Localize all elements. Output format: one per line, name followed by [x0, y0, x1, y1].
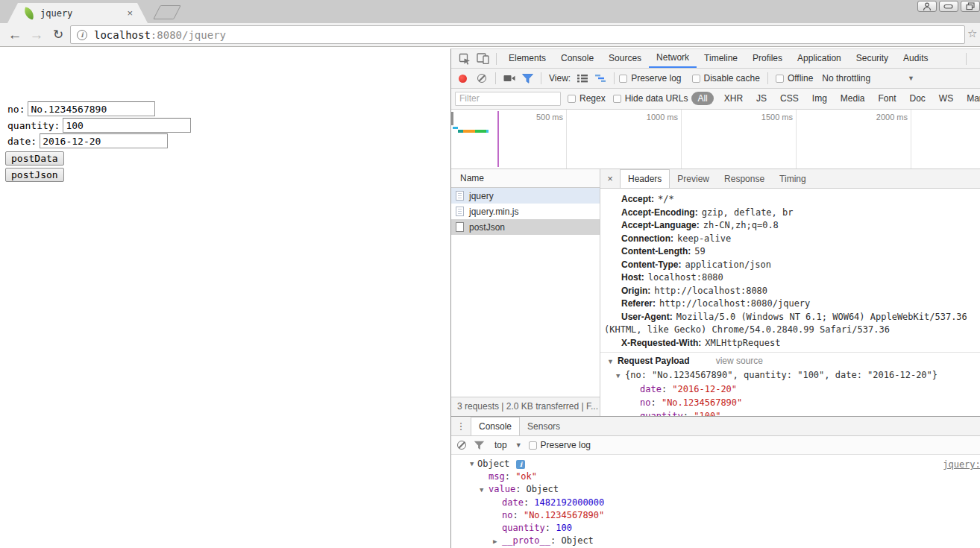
offline-label: Offline [788, 73, 813, 84]
no-input[interactable] [28, 101, 155, 116]
expand-arrow-icon[interactable]: ▼ [607, 358, 614, 365]
tab-console[interactable]: Console [471, 417, 520, 436]
tab-preview[interactable]: Preview [670, 170, 717, 188]
quantity-input[interactable] [63, 118, 191, 133]
name-column-header[interactable]: Name [451, 169, 600, 188]
new-tab-button[interactable] [153, 5, 181, 19]
back-button[interactable]: ← [5, 25, 25, 45]
regex-checkbox[interactable]: Regex [568, 93, 606, 104]
postjson-button[interactable]: postJson [5, 168, 64, 182]
throttling-select[interactable]: No throttling [822, 73, 870, 84]
filter-icon[interactable] [518, 69, 536, 87]
request-row-postjson[interactable]: postJson [451, 219, 600, 235]
console-tree-entry: date1482192000000 [451, 497, 980, 509]
network-lower-area: Name jquery jquery.min.js postJson [451, 169, 980, 416]
device-toolbar-icon[interactable] [474, 50, 491, 68]
request-row-jquery-min-js[interactable]: jquery.min.js [451, 204, 600, 219]
tab-close-icon[interactable]: × [127, 7, 133, 19]
console-source-link[interactable]: jquery:3 [943, 459, 980, 470]
tab-sensors[interactable]: Sensors [520, 418, 568, 435]
tab-response[interactable]: Response [717, 170, 772, 188]
postdata-button[interactable]: postData [5, 151, 64, 166]
offline-checkbox[interactable]: Offline [776, 73, 813, 84]
expand-arrow-icon[interactable]: ▼ [470, 458, 477, 470]
devtools-tab-console[interactable]: Console [553, 49, 601, 68]
tab-headers[interactable]: Headers [620, 169, 670, 189]
expand-arrow-icon[interactable]: ▼ [480, 484, 489, 497]
filter-category-media[interactable]: Media [834, 93, 872, 104]
header-line: X-Requested-WithXMLHttpRequest [600, 337, 980, 350]
tab-timing[interactable]: Timing [772, 170, 814, 188]
list-view-icon[interactable] [574, 69, 591, 87]
devtools-tab-audits[interactable]: Audits [896, 49, 935, 68]
console-drawer-tabs: ⋮ Console Sensors [451, 417, 980, 436]
filter-category-manifest[interactable]: Manifest [960, 93, 980, 104]
console-object-root[interactable]: ▼ Object i [451, 458, 980, 470]
view-label: View: [549, 73, 571, 84]
console-preserve-log-checkbox[interactable]: Preserve log [529, 440, 591, 450]
hide-data-urls-checkbox[interactable]: Hide data URLs [613, 93, 688, 104]
clear-console-icon[interactable] [457, 441, 466, 450]
devtools-tab-security[interactable]: Security [849, 49, 896, 68]
filter-input[interactable] [455, 92, 561, 106]
spring-leaf-favicon [22, 7, 35, 19]
bookmark-star-icon[interactable]: ☆ [967, 27, 977, 40]
address-bar[interactable]: i localhost:8080/jquery [70, 25, 965, 44]
page-info-icon[interactable]: i [77, 30, 87, 40]
throttling-dropdown-arrow[interactable]: ▼ [908, 75, 914, 82]
expand-arrow-icon[interactable]: ▼ [616, 369, 625, 382]
reload-button[interactable]: ↻ [48, 25, 68, 45]
forward-button[interactable]: → [27, 25, 46, 45]
filter-category-js[interactable]: JS [750, 93, 773, 104]
request-payload-section[interactable]: ▼Request Payloadview source [600, 353, 980, 368]
page-content: no: quantity: date: postData postJson [0, 47, 450, 548]
context-dropdown-arrow[interactable]: ▼ [515, 441, 522, 449]
filter-category-xhr[interactable]: XHR [717, 93, 750, 104]
request-details-tabs: × Headers Preview Response Timing [600, 169, 980, 189]
inspect-element-icon[interactable] [456, 50, 474, 68]
form-row-no: no: [7, 101, 155, 116]
collapse-arrow-icon[interactable]: ▶ [493, 535, 502, 548]
payload-object-preview[interactable]: ▼{no: "No.1234567890", quantity: "100", … [600, 368, 980, 382]
profile-button[interactable] [917, 1, 937, 12]
filter-category-font[interactable]: Font [872, 93, 903, 104]
checkbox-icon [776, 75, 784, 83]
filter-category-all[interactable]: All [691, 92, 713, 105]
drawer-menu-icon[interactable]: ⋮ [451, 421, 471, 432]
filter-category-doc[interactable]: Doc [903, 93, 932, 104]
devtools-tab-profiles[interactable]: Profiles [745, 49, 790, 68]
minimize-button[interactable] [939, 1, 958, 12]
toolbar-separator [614, 72, 615, 84]
devtools-tab-network[interactable]: Network [649, 49, 697, 68]
console-tree-entry[interactable]: ▶__proto__Object [451, 535, 980, 548]
view-source-link[interactable]: view source [716, 356, 763, 366]
console-filter-icon[interactable] [473, 436, 485, 454]
filter-category-css[interactable]: CSS [773, 93, 805, 104]
date-input[interactable] [40, 133, 168, 148]
preserve-log-checkbox[interactable]: Preserve log [619, 73, 681, 84]
request-row-jquery[interactable]: jquery [451, 188, 600, 204]
regex-label: Regex [579, 93, 606, 104]
close-details-icon[interactable]: × [600, 173, 620, 184]
console-tree-entry[interactable]: ▼valueObject [451, 483, 980, 497]
devtools-tab-elements[interactable]: Elements [501, 49, 553, 68]
header-line: Refererhttp://localhost:8080/jquery [600, 297, 980, 311]
header-line: Connectionkeep-alive [600, 233, 980, 246]
filter-category-ws[interactable]: WS [932, 93, 960, 104]
filter-category-img[interactable]: Img [805, 93, 834, 104]
devtools-tab-sources[interactable]: Sources [601, 49, 649, 68]
network-overview-timeline[interactable]: 500 ms 1000 ms 1500 ms 2000 ms [451, 110, 980, 169]
hide-data-urls-label: Hide data URLs [625, 93, 688, 104]
restore-button[interactable] [961, 1, 980, 12]
clear-network-log-icon[interactable] [477, 74, 486, 83]
request-name: jquery [469, 191, 494, 201]
browser-tab[interactable]: jquery × [7, 3, 148, 23]
execution-context-select[interactable]: top [494, 440, 507, 450]
capture-screenshots-icon[interactable] [500, 69, 518, 87]
record-network-log-icon[interactable] [459, 75, 467, 83]
network-summary-bar: 3 requests | 2.0 KB transferred | F... [451, 397, 600, 416]
devtools-tab-application[interactable]: Application [790, 49, 849, 68]
disable-cache-checkbox[interactable]: Disable cache [692, 73, 760, 84]
devtools-tab-timeline[interactable]: Timeline [697, 49, 745, 68]
waterfall-view-icon[interactable] [591, 69, 609, 87]
